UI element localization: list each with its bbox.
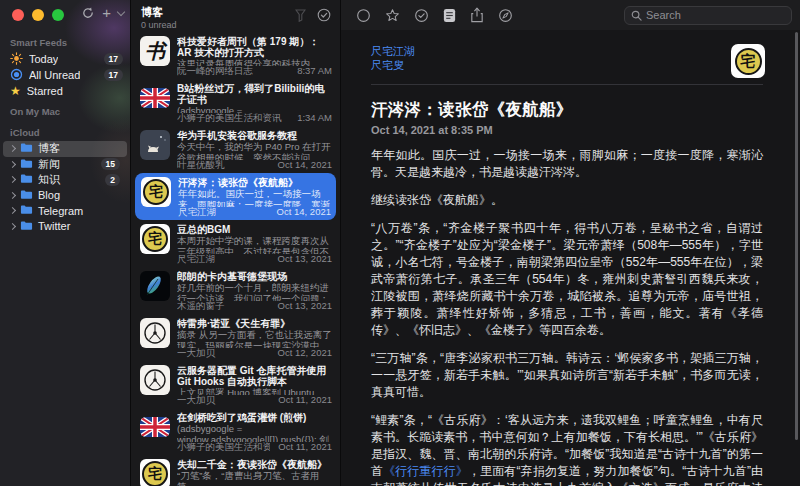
divider [371,84,763,85]
article-title: 云服务器配置 Git 仓库托管并使用 Git Hooks 自动执行脚本 [177,365,332,387]
article-summary: “刀笔”条，“唐曹出身刀笔、古者用简… [177,470,332,486]
list-item[interactable]: 郎朗的卡内基哥德堡现场 好几年前的一个十月，郎朗来纽约进行一个访谈。我们问了他一… [131,267,340,314]
icloud-section-label: iCloud [0,120,130,141]
list-item[interactable]: 云服务器配置 Git 仓库托管并使用 Git Hooks 自动执行脚本 上文见部… [131,361,340,408]
article-date: Oct 14, 2021 [277,207,331,218]
feed-avatar: 宅 [731,44,765,78]
chevron-down-icon[interactable] [117,7,125,15]
open-in-browser-icon[interactable] [498,8,513,23]
article-title: 豆总的BGM [177,224,332,235]
folder-icon [20,189,33,202]
list-item[interactable]: 在剑桥吃到了鸡蛋灌饼 (煎饼) (adsbygoogle = window.ad… [131,408,340,455]
article-date: Oct 11, 2021 [278,442,332,453]
mark-unread-circle-icon[interactable] [356,8,371,23]
article-date: Oct 11, 2021 [278,395,332,406]
folder-icon [20,204,33,217]
sidebar-folder-telegram[interactable]: Telegram [3,203,127,219]
refresh-icon[interactable] [81,6,95,20]
sun-icon [10,52,23,67]
minimize-window-button[interactable] [32,9,44,21]
list-item[interactable]: 特雷弗·诺亚《天生有罪》 摘录 从另一方面看，它也让我远离了现实。玛丽威尔是一块… [131,314,340,361]
disclosure-chevron-icon[interactable] [9,161,16,168]
sidebar-folder-twitter[interactable]: Twitter [3,219,127,235]
sidebar-item-label: Today [29,53,58,65]
on-my-mac-section-label: On My Mac [0,99,130,120]
sidebar-item-label: 博客 [38,141,60,156]
article-date: Oct 13, 2021 [278,254,332,265]
article-author-link[interactable]: 尺宅叟 [371,58,763,72]
list-item-selected[interactable]: 宅 汗涔涔：读张岱《夜航船》 年年如此。国庆一过，一场接一场来，雨脚如麻；一度接… [135,173,336,220]
mark-all-read-icon[interactable] [317,8,331,26]
article-view: 尺宅江湖 尺宅叟 宅 汗涔涔：读张岱《夜航船》 Oct 14, 2021 at … [341,30,800,486]
list-item[interactable]: 书 科技爱好者周刊（第 179 期）： AR 技术的打开方式 这里记录每周值得分… [131,32,340,79]
sidebar-folder-boke[interactable]: 博客 [3,141,127,157]
feed-name: 小狮子的美国生活和资讯 [177,442,270,453]
unread-count-badge: 17 [104,53,123,65]
add-feed-button[interactable]: + [102,6,111,20]
filter-icon[interactable] [295,8,306,26]
paragraph: “鲤素”条，“《古乐府》：‘客从远方来，遗我双鲤鱼；呼童烹鲤鱼，中有尺素书。长跪… [371,412,763,486]
list-item[interactable]: B站粉丝过万，得到了Bilibili的电子证书 (adsbygoogle = w… [131,79,340,126]
disclosure-chevron-icon[interactable] [9,192,16,199]
article-body: 年年如此。国庆一过，一场接一场来，雨脚如麻；一度接一度降，寒渐沁骨。天是越来越冷… [371,147,763,486]
timeline-header: 博客 0 unread [131,0,340,31]
sidebar-folder-zhishi[interactable]: 知识 2 [3,172,127,188]
disclosure-chevron-icon[interactable] [9,145,16,152]
folder-icon [20,142,33,155]
feed-name: 一大加贝 [177,395,270,406]
sidebar-item-label: 新闻 [38,157,60,172]
paragraph: “三万轴”条，“唐李泌家积书三万轴。韩诗云：‘邺侯家多书，架插三万轴，一一悬牙签… [371,350,763,401]
disclosure-chevron-icon[interactable] [9,223,16,230]
close-window-button[interactable] [12,9,24,21]
search-field[interactable] [624,6,792,25]
article-summary: (adsbygoogle = window.adsbygoogle||[]).p… [177,423,332,442]
sidebar-item-today[interactable]: Today 17 [0,51,130,67]
cat-icon [140,130,170,160]
sidebar-item-label: 知识 [38,172,60,187]
inline-link[interactable]: 《行行重行行》 [383,464,468,478]
disclosure-chevron-icon[interactable] [9,207,16,214]
zoom-window-button[interactable] [52,9,64,21]
sidebar-item-label: Blog [38,189,60,201]
article-title: 失却二千金：夜读张岱《夜航船》 [177,459,332,470]
share-icon[interactable] [470,7,484,23]
sidebar-item-label: Telegram [38,205,83,217]
sidebar: + Smart Feeds Today 17 All Unread 17 ★ [0,0,130,486]
feed-name: 木遥的窗子 [177,301,270,312]
reader-view-icon[interactable] [443,8,456,23]
sidebar-folder-blog[interactable]: Blog [3,188,127,204]
folder-icon [20,158,33,171]
article-date: 1:34 AM [297,113,332,124]
unread-count-badge: 17 [104,69,123,81]
sidebar-item-all-unread[interactable]: All Unread 17 [0,67,130,83]
article-toolbar [341,0,800,30]
feed-name: 阮一峰的网络日志 [177,66,289,77]
sidebar-item-label: Twitter [38,220,70,232]
disclosure-chevron-icon[interactable] [9,176,16,183]
sidebar-item-starred[interactable]: ★ Starred [0,83,130,99]
sidebar-item-label: Starred [27,85,63,97]
star-outline-icon[interactable] [385,8,400,23]
list-item[interactable]: 华为手机安装谷歌服务教程 今天中午，我的华为 P40 Pro 在打开谷歌相册的时… [131,126,340,173]
smart-feeds-section-label: Smart Feeds [0,30,130,51]
sidebar-folder-xinwen[interactable]: 新闻 15 [3,157,127,173]
folder-icon [20,220,33,233]
circle-dot-icon [140,365,170,395]
scrollbar[interactable] [795,32,798,440]
article-summary: 今天中午，我的华为 P40 Pro 在打开谷歌相册的时候，突然不能访问了，… [177,141,332,160]
mark-all-read-icon[interactable] [414,8,429,23]
zhai-icon: 宅 [140,224,170,254]
circle-dot-icon [140,318,170,348]
article-date: Oct 14, 2021 at 8:35 PM [371,124,763,136]
paragraph: 继续读张岱《夜航船》。 [371,192,763,209]
window-controls [12,9,64,21]
search-input[interactable] [646,9,785,21]
feed-name: 尺宅江湖 [178,207,269,218]
list-item[interactable]: 宅 豆总的BGM 本周开始中学的课，课程跨度再次从三年级到高中。不过好在是包含但… [131,220,340,267]
article-summary: 本周开始中学的课，课程跨度再次从三年级到高中。不过好在是包含但不限… [177,235,332,254]
article-feed-link[interactable]: 尺宅江湖 [371,44,763,58]
article-title: 在剑桥吃到了鸡蛋灌饼 (煎饼) [177,412,332,423]
calligraphy-icon: 书 [140,36,170,66]
list-item[interactable]: 宅 失却二千金：夜读张岱《夜航船》 “刀笔”条，“唐曹出身刀笔、古者用简… [131,455,340,486]
feather-icon [140,271,170,301]
